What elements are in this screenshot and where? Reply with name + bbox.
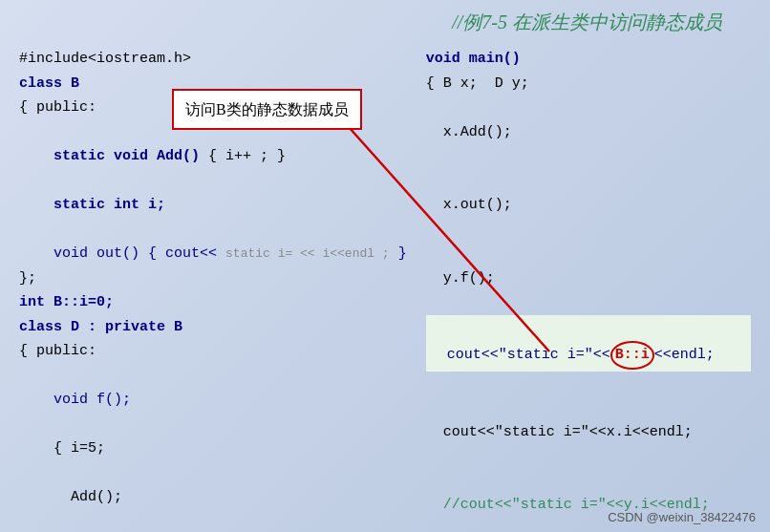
- r-blank1: [426, 144, 751, 169]
- left-code-column: #include<iostream.h> class B { public: s…: [19, 47, 407, 532]
- annotation-box: 访问B类的静态数据成员: [172, 89, 362, 130]
- code-line-brace-f: { i=5;: [19, 413, 407, 461]
- r-bxy: { B x; D y;: [426, 72, 751, 96]
- code-line-Bii: B::i++;: [19, 510, 407, 533]
- code-line-brace-end1: };: [19, 266, 407, 291]
- r-yf: y.f();: [426, 242, 751, 290]
- r-blank4: [426, 372, 751, 396]
- r-xAdd: x.Add();: [426, 96, 751, 144]
- annotation-text: 访问B类的静态数据成员: [185, 101, 349, 117]
- code-line-static-int: static int i;: [19, 169, 407, 218]
- content-area: #include<iostream.h> class B { public: s…: [19, 47, 751, 532]
- watermark: CSDN @weixin_38422476: [608, 510, 756, 524]
- r-blank5: [426, 444, 751, 469]
- r-cout-static-Bi: cout<<"static i="<<B::i<<endl;: [426, 315, 751, 372]
- code-line-int-Bi: int B::i=0;: [19, 290, 407, 315]
- code-line-void-out: void out() { cout<< static i= << i<<endl…: [19, 218, 407, 266]
- code-line-classD: class D : private B: [19, 315, 407, 340]
- slide-container: //例7-5 在派生类中访问静态成员 #include<iostream.h> …: [0, 0, 770, 532]
- r-void-main: void main(): [426, 47, 751, 72]
- code-line-Add: Add();: [19, 461, 407, 510]
- code-line-void-f: void f();: [19, 364, 407, 413]
- r-cout-static-xi: cout<<"static i="<<x.i<<endl;: [426, 395, 751, 444]
- code-line-include: #include<iostream.h>: [19, 47, 407, 72]
- r-xout: x.out();: [426, 169, 751, 218]
- code-line-public2: { public:: [19, 339, 407, 364]
- r-blank3: [426, 290, 751, 315]
- right-code-column: void main() { B x; D y; x.Add(); x.out()…: [426, 47, 751, 532]
- r-blank2: [426, 218, 751, 243]
- circle-Bi: B::i: [610, 341, 654, 370]
- slide-title: //例7-5 在派生类中访问静态成员: [19, 10, 751, 35]
